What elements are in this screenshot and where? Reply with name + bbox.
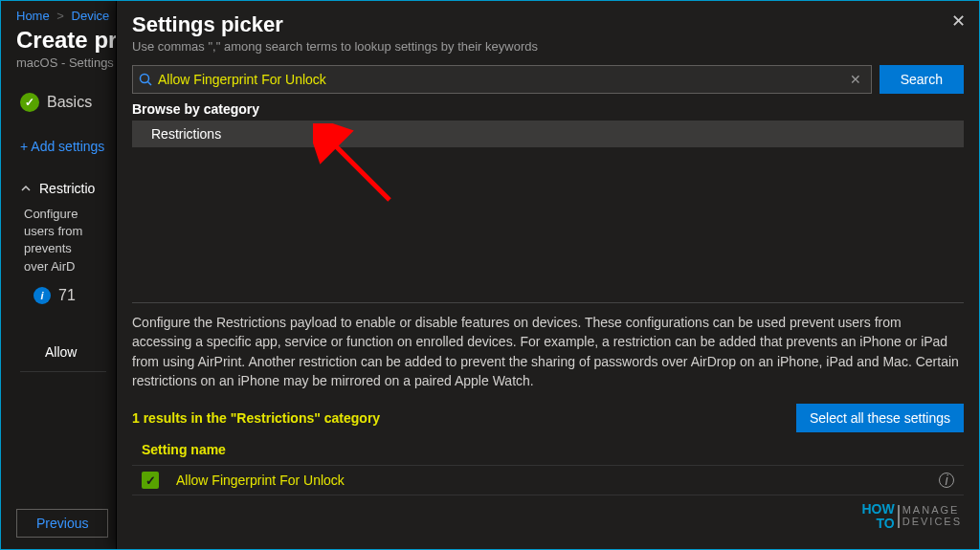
search-field-wrap[interactable]: ✕ [132,65,872,94]
search-button[interactable]: Search [880,65,964,94]
category-description: Configure the Restrictions payload to en… [132,302,964,390]
watermark: HOW TO MANAGE DEVICES [861,502,962,530]
results-count: 1 results in the "Restrictions" category [132,410,380,426]
info-icon[interactable]: i [939,473,954,488]
search-input[interactable] [152,72,846,87]
setting-name-label: Allow Fingerprint For Unlock [176,473,939,488]
settings-picker-panel: ✕ Settings picker Use commas "," among s… [116,1,979,549]
setting-row[interactable]: ✓ Allow Fingerprint For Unlock i [132,465,964,495]
svg-point-0 [141,75,149,83]
crumb-sep: > [56,9,64,23]
svg-line-1 [148,82,152,86]
browse-by-category-label: Browse by category [132,101,964,117]
step-label: Basics [47,94,92,111]
column-header-setting-name: Setting name [132,442,964,457]
crumb-home[interactable]: Home [16,9,50,23]
chevron-up-icon [20,183,32,194]
previous-button[interactable]: Previous [16,509,108,538]
checkbox-checked-icon[interactable]: ✓ [142,472,159,489]
select-all-button[interactable]: Select all these settings [796,404,964,432]
panel-subtitle: Use commas "," among search terms to loo… [132,39,964,54]
section-desc: Configure users from prevents over AirD [24,206,100,275]
svg-line-2 [330,141,390,200]
clear-search-icon[interactable]: ✕ [846,72,865,87]
crumb-device[interactable]: Device [72,9,110,23]
section-label: Restrictio [39,181,95,196]
info-icon: i [33,287,51,304]
check-icon: ✓ [20,93,39,112]
close-icon[interactable]: ✕ [951,11,966,32]
search-icon [139,73,152,86]
category-restrictions[interactable]: Restrictions [132,121,964,147]
panel-title: Settings picker [132,12,964,37]
